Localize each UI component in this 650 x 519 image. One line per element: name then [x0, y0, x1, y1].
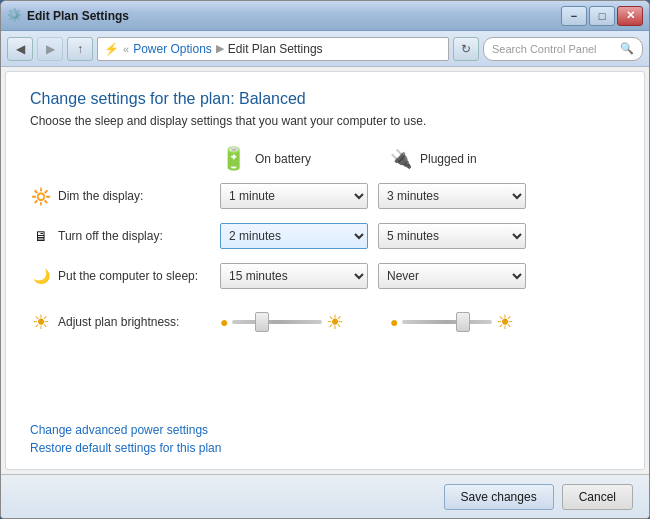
refresh-button[interactable]: ↻: [453, 37, 479, 61]
bottom-bar: Save changes Cancel: [1, 474, 649, 518]
advanced-power-settings-link[interactable]: Change advanced power settings: [30, 423, 208, 437]
sleep-battery-select[interactable]: 5 minutes 10 minutes 15 minutes 20 minut…: [220, 263, 368, 289]
content-area: Change settings for the plan: Balanced C…: [5, 71, 645, 470]
breadcrumb-current: Edit Plan Settings: [228, 42, 323, 56]
sleep-controls: 5 minutes 10 minutes 15 minutes 20 minut…: [220, 263, 526, 289]
minimize-button[interactable]: −: [561, 6, 587, 26]
brightness-label-area: ☀ Adjust plan brightness:: [30, 310, 220, 334]
search-icon: 🔍: [620, 42, 634, 55]
dim-display-pluggedin-select[interactable]: 1 minute 2 minutes 3 minutes 5 minutes 1…: [378, 183, 526, 209]
dim-display-label-area: 🔆 Dim the display:: [30, 187, 220, 206]
restore-button[interactable]: □: [589, 6, 615, 26]
brightness-battery-group: ● ☀: [220, 310, 390, 334]
sleep-row: 🌙 Put the computer to sleep: 5 minutes 1…: [30, 262, 620, 290]
restore-defaults-link[interactable]: Restore default settings for this plan: [30, 441, 221, 455]
turn-off-display-battery-select[interactable]: 1 minute 2 minutes 3 minutes 5 minutes 1…: [220, 223, 368, 249]
brightness-battery-high-icon: ☀: [326, 310, 344, 334]
breadcrumb-separator-1: «: [123, 43, 129, 55]
brightness-battery-low-icon: ●: [220, 314, 228, 330]
plan-title: Change settings for the plan: Balanced: [30, 90, 620, 108]
close-button[interactable]: ✕: [617, 6, 643, 26]
turn-off-display-pluggedin-select[interactable]: 1 minute 2 minutes 3 minutes 5 minutes 1…: [378, 223, 526, 249]
dim-display-label: Dim the display:: [58, 189, 143, 203]
turn-off-display-controls: 1 minute 2 minutes 3 minutes 5 minutes 1…: [220, 223, 526, 249]
back-button[interactable]: ◀: [7, 37, 33, 61]
turn-off-display-row: 🖥 Turn off the display: 1 minute 2 minut…: [30, 222, 620, 250]
turn-off-display-label-area: 🖥 Turn off the display:: [30, 228, 220, 244]
save-changes-button[interactable]: Save changes: [444, 484, 554, 510]
plug-icon: 🔌: [390, 148, 412, 170]
sleep-label: Put the computer to sleep:: [58, 269, 198, 283]
brightness-pluggedin-low-icon: ●: [390, 314, 398, 330]
title-bar: ⚙️ Edit Plan Settings − □ ✕: [1, 1, 649, 31]
brightness-pluggedin-group: ● ☀: [390, 310, 560, 334]
settings-rows: 🔆 Dim the display: 1 minute 2 minutes 3 …: [30, 182, 620, 411]
search-placeholder-text: Search Control Panel: [492, 43, 616, 55]
window-icon: ⚙️: [7, 8, 23, 24]
turn-off-display-label: Turn off the display:: [58, 229, 163, 243]
pluggedin-label: Plugged in: [420, 152, 477, 166]
brightness-pluggedin-slider[interactable]: [402, 320, 492, 324]
dim-display-battery-select[interactable]: 1 minute 2 minutes 3 minutes 5 minutes 1…: [220, 183, 368, 209]
sleep-label-area: 🌙 Put the computer to sleep:: [30, 268, 220, 284]
breadcrumb-icon: ⚡: [104, 42, 119, 56]
column-headers: 🔋 On battery 🔌 Plugged in: [220, 146, 620, 172]
breadcrumb-separator-2: ▶: [216, 42, 224, 55]
links-area: Change advanced power settings Restore d…: [30, 423, 620, 455]
up-button[interactable]: ↑: [67, 37, 93, 61]
brightness-icon: ☀: [30, 310, 52, 334]
turn-off-display-icon: 🖥: [30, 228, 52, 244]
brightness-controls: ● ☀ ● ☀: [220, 310, 560, 334]
brightness-pluggedin-high-icon: ☀: [496, 310, 514, 334]
brightness-label: Adjust plan brightness:: [58, 315, 179, 329]
brightness-row: ☀ Adjust plan brightness: ● ☀ ● ☀: [30, 306, 620, 338]
brightness-battery-slider[interactable]: [232, 320, 322, 324]
dim-display-row: 🔆 Dim the display: 1 minute 2 minutes 3 …: [30, 182, 620, 210]
cancel-button[interactable]: Cancel: [562, 484, 633, 510]
title-bar-left: ⚙️ Edit Plan Settings: [7, 8, 129, 24]
dim-display-controls: 1 minute 2 minutes 3 minutes 5 minutes 1…: [220, 183, 526, 209]
battery-icon: 🔋: [220, 146, 247, 172]
plan-subtitle: Choose the sleep and display settings th…: [30, 114, 620, 128]
col-header-battery: 🔋 On battery: [220, 146, 390, 172]
breadcrumb-power-options[interactable]: Power Options: [133, 42, 212, 56]
window-title: Edit Plan Settings: [27, 9, 129, 23]
title-bar-buttons: − □ ✕: [561, 6, 643, 26]
dim-display-icon: 🔆: [30, 187, 52, 206]
sleep-pluggedin-select[interactable]: 5 minutes 10 minutes 15 minutes 20 minut…: [378, 263, 526, 289]
main-window: ⚙️ Edit Plan Settings − □ ✕ ◀ ▶ ↑ ⚡ « Po…: [0, 0, 650, 519]
search-box[interactable]: Search Control Panel 🔍: [483, 37, 643, 61]
address-bar: ◀ ▶ ↑ ⚡ « Power Options ▶ Edit Plan Sett…: [1, 31, 649, 67]
col-header-pluggedin: 🔌 Plugged in: [390, 146, 560, 172]
forward-button[interactable]: ▶: [37, 37, 63, 61]
sleep-icon: 🌙: [30, 268, 52, 284]
battery-label: On battery: [255, 152, 311, 166]
breadcrumb: ⚡ « Power Options ▶ Edit Plan Settings: [97, 37, 449, 61]
